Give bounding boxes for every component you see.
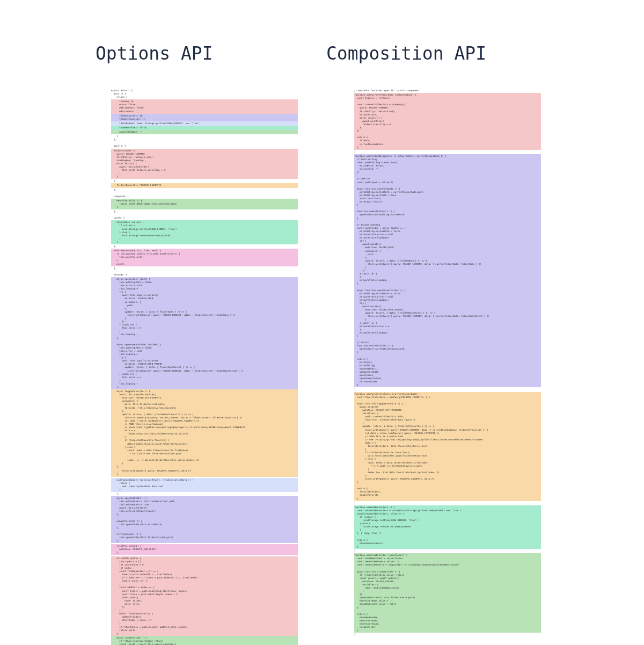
code-block-white: } [354, 549, 541, 553]
code-block-mint: function useHiddenFolders () { const sho… [354, 505, 541, 549]
code-block-red: folderCurrent: { query: FOLDER_CURRENT, … [111, 149, 298, 179]
code-block-white: } }, apollo: { [111, 134, 298, 148]
code-block-white: }, [111, 244, 298, 249]
heading-composition-api: Composition API [326, 43, 486, 64]
code-block-white: } [354, 387, 541, 392]
canvas: Options API Composition API export defau… [0, 0, 644, 645]
code-block-mint: showNewFolder: false, [111, 126, 298, 130]
code-block-white: export default { data () { return { [111, 89, 298, 99]
code-block-red: function useCurrentFolderData (networkSt… [354, 93, 541, 150]
code-block-white: } [354, 633, 541, 637]
code-block-purple: async openFolder (path) { this.editingPa… [111, 277, 298, 389]
code-block-pink: beforeRouteLeave (to, from, next) { if (… [111, 249, 298, 266]
composition-api-column: // Reusable functions specific to this c… [354, 89, 541, 637]
code-block-purple: function useFolderNavigation ({ networkS… [354, 154, 541, 388]
code-block-orange: foldersFavorite: FOLDERS_FAVORITE [111, 183, 298, 187]
code-block-green: function useCreateFolder (openFolder) { … [354, 553, 541, 633]
code-block-blue: tableHeader: Enum['storage.getItem(SHOW_… [111, 121, 298, 126]
code-block-white: }, computed: { [111, 188, 298, 199]
code-block-white: } [354, 150, 541, 154]
code-block-white: }, methods: { [111, 266, 298, 277]
code-block-green: newFolderValid () { return isValidMultiN… [111, 199, 298, 209]
code-block-orange: store.writeQuery({ query: FOLDERS_FAVORI… [111, 469, 298, 476]
heading-options-api: Options API [96, 43, 213, 64]
code-block-purple: async openPathEdit () { this.editedPath … [111, 496, 298, 543]
code-block-green: async createFolder () { if (!this.newFol… [111, 636, 298, 645]
code-block-white: }, watch: { [111, 209, 298, 220]
options-api-column: export default { data () { return { load… [111, 89, 298, 645]
code-block-mint: showHidden (value) { if (value) { localS… [111, 220, 298, 244]
code-block-red: loading: 0, error: false, editingPath: f… [111, 99, 298, 113]
code-block-white: }, [111, 492, 298, 496]
code-block-white: } [354, 501, 541, 505]
code-block-blue: cwdChangedUpdate (previousResult, { subs… [111, 478, 298, 492]
code-block-purple: folderCurrent: {}, foldersFavorite: [], [111, 114, 298, 121]
code-block-green: newFolderName: '', [111, 130, 298, 134]
code-block-red: slicePath (path) { const parts = [] let … [111, 556, 298, 636]
code-block-white: // Reusable functions specific to this c… [354, 89, 541, 93]
code-block-pink: resetProjectCwd () { mutation: PROJECT_C… [111, 544, 298, 555]
code-block-orange: function useFavoriteFolders (currentFold… [354, 392, 541, 501]
code-block-orange: async toggleFavorite () { await this.sap… [111, 389, 298, 469]
code-block-white: }, [111, 179, 298, 183]
